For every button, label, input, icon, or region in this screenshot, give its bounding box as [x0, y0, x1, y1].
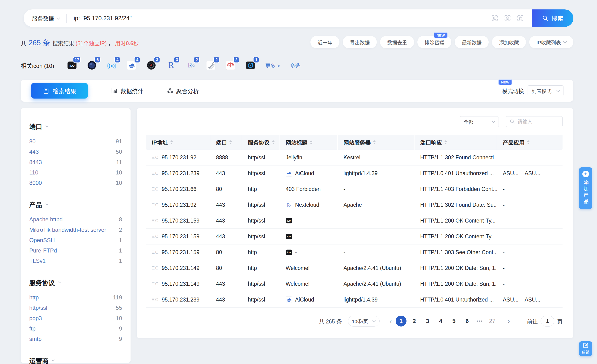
scale-icon[interactable]: 2	[226, 61, 235, 70]
collect-query-star-icon[interactable]	[517, 15, 524, 22]
ip-link[interactable]: 95.170.231.159	[162, 233, 199, 240]
sort-caret-icon[interactable]	[310, 140, 313, 144]
pill-add-favorite[interactable]: 添加收藏	[492, 36, 526, 48]
row-detail-copy-icon[interactable]: ΞC	[152, 171, 159, 176]
pill-export-data[interactable]: 导出数据	[343, 36, 377, 48]
sort-caret-icon[interactable]	[373, 140, 376, 144]
multi-select-link[interactable]: 多选	[290, 61, 300, 69]
filter-link[interactable]: 443	[29, 149, 39, 155]
r-letter-icon[interactable]: R3	[166, 61, 176, 70]
product-tag[interactable]: ASU...	[503, 296, 518, 303]
sort-caret-icon[interactable]	[527, 140, 530, 144]
next-page-button[interactable]: ›	[504, 318, 514, 325]
network-node-icon[interactable]: 1	[246, 61, 255, 70]
page-button-4[interactable]: 4	[435, 316, 446, 326]
column-header-1[interactable]: 端口	[210, 135, 242, 150]
filter-link[interactable]: smtp	[29, 336, 41, 342]
mikrotik-waves-icon[interactable]: 2	[206, 61, 216, 70]
goto-page-input[interactable]	[541, 316, 554, 326]
ip-link[interactable]: 95.170.231.239	[162, 296, 199, 303]
ip-link[interactable]: 95.170.231.66	[162, 186, 196, 192]
ip-link[interactable]: 95.170.231.159	[162, 218, 199, 224]
pill-ip-favorites[interactable]: IP收藏列表	[529, 36, 573, 48]
filter-link[interactable]: TLSv1	[29, 258, 46, 264]
ilo-icon[interactable]: iLO17	[67, 61, 77, 70]
wifi-signal-icon[interactable]: 4	[107, 61, 116, 70]
product-tag[interactable]: ASU...	[525, 170, 540, 177]
feedback-button[interactable]: 反馈	[579, 341, 592, 356]
pill-exclude-honeypot[interactable]: 排除蜜罐NEW	[417, 36, 451, 48]
tab-aggregate-analysis[interactable]: 聚合分析	[166, 87, 199, 95]
ip-link[interactable]: 95.170.231.92	[162, 154, 196, 161]
search-button[interactable]: 搜索	[532, 9, 573, 27]
ip-link[interactable]: 95.170.231.149	[162, 265, 199, 271]
asus-cloud-icon[interactable]: 4	[127, 61, 136, 70]
query-syntax-icon[interactable]	[504, 15, 511, 22]
page-button-3[interactable]: 3	[422, 316, 433, 326]
pill-last-year[interactable]: 近一年	[310, 36, 339, 48]
row-detail-copy-icon[interactable]: ΞC	[152, 297, 159, 302]
page-button-1[interactable]: 1	[396, 316, 407, 326]
row-detail-copy-icon[interactable]: ΞC	[152, 202, 159, 207]
ip-link[interactable]: 95.170.231.92	[162, 202, 196, 208]
page-ellipsis[interactable]: •••	[475, 318, 484, 324]
filter-section-title-0[interactable]: 端口	[29, 122, 122, 131]
product-tag[interactable]: ASU...	[525, 296, 540, 303]
ip-link[interactable]: 95.170.231.239	[162, 170, 199, 177]
filter-link[interactable]: 8000	[29, 180, 42, 186]
batch-search-icon[interactable]	[491, 15, 498, 22]
filter-link[interactable]: 8443	[29, 159, 42, 166]
filter-link[interactable]: ftp	[29, 325, 36, 332]
filter-link[interactable]: 80	[29, 138, 36, 145]
r-signal-icon[interactable]: R2	[186, 61, 196, 70]
filter-link[interactable]: 110	[29, 169, 38, 176]
filter-link[interactable]: pop3	[29, 315, 42, 322]
sort-caret-icon[interactable]	[272, 140, 275, 144]
filter-section-title-2[interactable]: 服务协议	[29, 278, 122, 287]
sort-caret-icon[interactable]	[444, 140, 447, 144]
filter-link[interactable]: http/ssl	[29, 305, 47, 311]
row-detail-copy-icon[interactable]: ΞC	[152, 187, 159, 192]
pill-deduplicate[interactable]: 数据去重	[380, 36, 414, 48]
per-page-select[interactable]: 10条/页	[348, 316, 380, 326]
more-link[interactable]: 更多 >	[265, 61, 280, 69]
filter-link[interactable]: Apache httpd	[29, 216, 63, 223]
product-tag[interactable]: ASU...	[503, 170, 518, 177]
tab-search-results[interactable]: 检索结果	[31, 83, 88, 99]
column-filter-select[interactable]: 全部	[460, 116, 499, 127]
row-detail-copy-icon[interactable]: ΞC	[152, 265, 159, 271]
ip-link[interactable]: 95.170.231.159	[162, 249, 199, 256]
column-header-5[interactable]: 端口响应	[415, 135, 497, 150]
filter-link[interactable]: MikroTik bandwidth-test server	[29, 227, 106, 233]
table-search-input[interactable]	[518, 119, 559, 124]
column-header-4[interactable]: 网站服务器	[338, 135, 415, 150]
filter-link[interactable]: OpenSSH	[29, 237, 55, 243]
tab-data-statistics[interactable]: 数据统计	[111, 87, 143, 95]
sort-caret-icon[interactable]	[229, 140, 232, 144]
column-header-3[interactable]: 网站标题	[280, 135, 338, 150]
mode-select[interactable]: 列表模式	[528, 85, 564, 96]
filter-link[interactable]: Pure-FTPd	[29, 247, 57, 254]
row-detail-copy-icon[interactable]: ΞC	[152, 234, 159, 239]
filter-section-title-1[interactable]: 产品	[29, 200, 122, 209]
row-detail-copy-icon[interactable]: ΞC	[152, 281, 159, 287]
column-header-0[interactable]: IP地址	[146, 135, 210, 150]
filter-section-title-3[interactable]: 运营商	[29, 356, 122, 364]
page-button-6[interactable]: 6	[462, 316, 473, 326]
lens-icon[interactable]: 6	[87, 61, 96, 70]
ip-link[interactable]: 95.170.231.149	[162, 281, 199, 287]
page-button-last[interactable]: 27	[487, 316, 498, 326]
row-detail-copy-icon[interactable]: ΞC	[152, 250, 159, 255]
filter-link[interactable]: http	[29, 294, 39, 301]
sort-caret-icon[interactable]	[170, 140, 173, 144]
row-detail-copy-icon[interactable]: ΞC	[152, 155, 159, 160]
page-button-5[interactable]: 5	[448, 316, 459, 326]
camera-lens-icon[interactable]: 3	[147, 61, 156, 70]
search-input[interactable]	[67, 15, 491, 22]
pill-latest-data[interactable]: 最新数据	[455, 36, 489, 48]
prev-page-button[interactable]: ‹	[386, 318, 396, 325]
page-button-2[interactable]: 2	[409, 316, 420, 326]
row-detail-copy-icon[interactable]: ΞC	[152, 218, 159, 223]
add-product-button[interactable]: + 添加产品	[579, 167, 592, 209]
column-header-2[interactable]: 服务协议	[242, 135, 280, 150]
